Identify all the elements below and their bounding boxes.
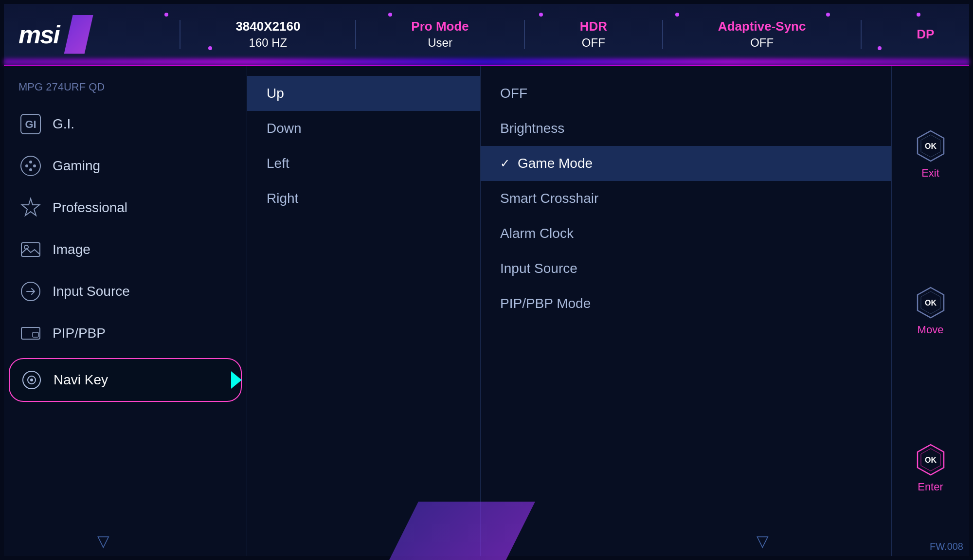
option-smart-crosshair[interactable]: Smart Crosshair <box>481 181 891 216</box>
move-label: Move <box>918 324 944 336</box>
svg-point-5 <box>29 161 32 163</box>
option-label-game-mode: Game Mode <box>518 156 593 171</box>
dot-5 <box>826 13 830 17</box>
pro-mode-value: User <box>411 36 468 50</box>
professional-icon <box>18 196 43 220</box>
fw-label: FW.008 <box>930 541 963 552</box>
svg-text:OK: OK <box>925 456 937 464</box>
pro-mode-item: Pro Mode User <box>396 19 483 50</box>
option-label-smart-crosshair: Smart Crosshair <box>500 191 598 206</box>
divider-1 <box>180 20 180 49</box>
menu-label-input-source: Input Source <box>53 284 130 299</box>
msi-logo: msi <box>18 20 59 49</box>
down-arrow-left: ▽ <box>97 532 109 550</box>
hdr-label: HDR <box>580 19 607 34</box>
checkmark-icon: ✓ <box>500 157 510 170</box>
pro-mode-label: Pro Mode <box>411 19 468 34</box>
option-input-source[interactable]: Input Source <box>481 251 891 286</box>
menu-item-professional[interactable]: Professional <box>4 187 247 229</box>
divider-5 <box>861 20 862 49</box>
svg-point-2 <box>21 156 40 176</box>
menu-label-gaming: Gaming <box>53 158 100 174</box>
move-hex: OK <box>914 286 948 320</box>
menu-label-gi: G.I. <box>53 116 74 132</box>
input-text: DP <box>917 27 934 42</box>
header: msi 3840X2160 160 HZ Pro Mode User HDR O… <box>4 4 969 66</box>
dot-1 <box>164 13 168 17</box>
menu-item-gi[interactable]: GI G.I. <box>4 103 247 145</box>
dot-6 <box>917 13 920 17</box>
option-pip-pbp-mode[interactable]: PIP/PBP Mode <box>481 286 891 321</box>
menu-label-professional: Professional <box>53 200 127 216</box>
option-label-input-source: Input Source <box>500 261 577 276</box>
option-label-off: OFF <box>500 86 527 101</box>
svg-marker-7 <box>22 199 39 216</box>
option-label-brightness: Brightness <box>500 121 564 136</box>
resolution-item: 3840X2160 160 HZ <box>221 19 315 50</box>
adaptive-item: Adaptive-Sync OFF <box>703 19 821 50</box>
option-label-pip-pbp-mode: PIP/PBP Mode <box>500 296 591 311</box>
refresh-text: 160 HZ <box>235 36 300 50</box>
menu-label-pip-pbp: PIP/PBP <box>53 325 106 341</box>
options-panel: OFF Brightness ✓ Game Mode Smart Crossha… <box>481 66 891 556</box>
dot-3 <box>539 13 543 17</box>
menu-item-pip-pbp[interactable]: PIP/PBP <box>4 312 247 354</box>
input-item: DP <box>902 27 949 42</box>
header-glow <box>4 59 969 65</box>
gi-icon: GI <box>18 112 43 136</box>
mid-panel: Up Down Left Right <box>247 66 481 556</box>
svg-point-15 <box>30 379 33 381</box>
enter-label: Enter <box>918 481 943 493</box>
menu-label-image: Image <box>53 242 90 257</box>
exit-hex: OK <box>914 129 948 163</box>
menu-item-gaming[interactable]: Gaming <box>4 145 247 187</box>
input-source-icon <box>18 279 43 304</box>
main-area: MPG 274URF QD GI G.I. <box>4 66 969 556</box>
divider-2 <box>355 20 356 49</box>
adaptive-value: OFF <box>718 36 806 50</box>
option-game-mode[interactable]: ✓ Game Mode <box>481 146 891 181</box>
hdr-item: HDR OFF <box>565 19 622 50</box>
enter-hex: OK <box>914 443 948 477</box>
svg-point-3 <box>25 164 28 167</box>
enter-control[interactable]: OK Enter <box>914 443 948 493</box>
option-off[interactable]: OFF <box>481 76 891 111</box>
monitor-label: MPG 274URF QD <box>4 76 247 103</box>
option-brightness[interactable]: Brightness <box>481 111 891 146</box>
nav-item-right[interactable]: Right <box>247 181 480 216</box>
svg-text:OK: OK <box>925 142 937 150</box>
image-icon <box>18 237 43 262</box>
exit-label: Exit <box>921 167 939 180</box>
dot-8 <box>878 46 882 50</box>
logo-decoration <box>64 15 93 54</box>
option-alarm-clock[interactable]: Alarm Clock <box>481 216 891 251</box>
menu-item-navi-key-wrapper[interactable]: Navi Key <box>9 358 242 402</box>
svg-text:GI: GI <box>25 118 36 130</box>
move-control[interactable]: OK Move <box>914 286 948 336</box>
left-panel: MPG 274URF QD GI G.I. <box>4 66 247 556</box>
logo-area: msi <box>4 15 160 54</box>
svg-point-4 <box>33 164 36 167</box>
controls-panel: OK Exit OK Move OK <box>891 66 969 556</box>
resolution-text: 3840X2160 <box>235 19 300 34</box>
gaming-icon <box>18 154 43 178</box>
option-label-alarm-clock: Alarm Clock <box>500 226 574 241</box>
svg-rect-12 <box>33 332 38 337</box>
nav-item-left[interactable]: Left <box>247 146 480 181</box>
svg-point-6 <box>29 168 32 171</box>
dot-4 <box>675 13 679 17</box>
svg-text:OK: OK <box>925 299 937 307</box>
menu-item-image[interactable]: Image <box>4 229 247 271</box>
menu-label-navi-key: Navi Key <box>54 372 108 388</box>
exit-control[interactable]: OK Exit <box>914 129 948 180</box>
menu-item-input-source[interactable]: Input Source <box>4 271 247 312</box>
svg-rect-8 <box>21 243 40 256</box>
divider-4 <box>662 20 663 49</box>
dot-7 <box>208 46 212 50</box>
pip-pbp-icon <box>18 321 43 345</box>
adaptive-label: Adaptive-Sync <box>718 19 806 34</box>
hdr-value: OFF <box>580 36 607 50</box>
nav-item-down[interactable]: Down <box>247 111 480 146</box>
nav-item-up[interactable]: Up <box>247 76 480 111</box>
header-items: 3840X2160 160 HZ Pro Mode User HDR OFF A… <box>160 19 969 50</box>
